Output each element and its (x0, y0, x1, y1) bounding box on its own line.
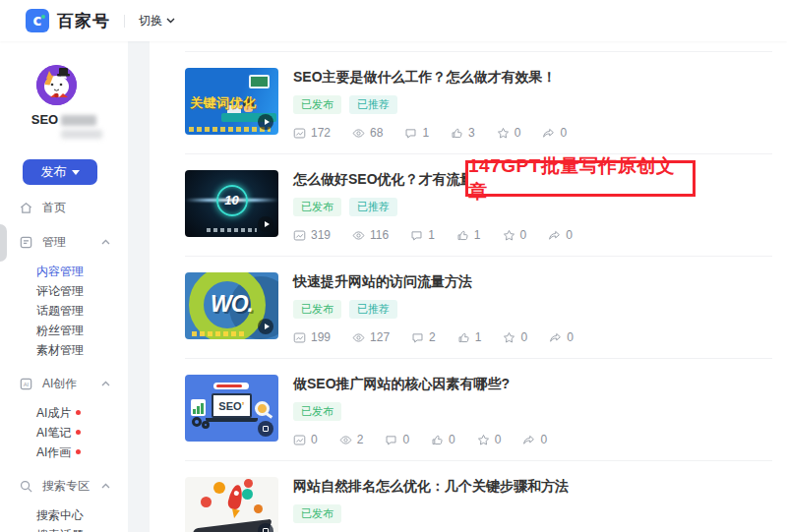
annotation-highlight-box: 147GPT批量写作原创文章 (465, 160, 696, 197)
publish-button[interactable]: 发布 (23, 159, 97, 185)
account-switch-button[interactable]: 切换 (139, 13, 175, 30)
shares-icon (542, 127, 555, 140)
video-thumbnail[interactable]: WO. (185, 272, 278, 339)
sidebar-menu: 首页 管理 内容管理 评论管理 话题管理 粉丝管理 素材管理 AI AI创作 A… (0, 197, 128, 532)
article-row: WO. 快速提升网站的访问流量方法 已发布 已推荐 199 127 2 1 (185, 256, 772, 358)
shares-stat: 0 (522, 433, 547, 446)
sidebar-item-ai-paint[interactable]: AI作画 (0, 443, 128, 462)
favorites-stat: 0 (503, 228, 527, 242)
article-title[interactable]: 快速提升网站的访问流量方法 (293, 273, 574, 291)
status-badge-recommended: 已推荐 (349, 300, 397, 319)
sidebar-item-fans-manage[interactable]: 粉丝管理 (0, 321, 128, 340)
sidebar-item-comment-manage[interactable]: 评论管理 (0, 281, 128, 301)
chevron-down-icon (166, 18, 175, 24)
views-stat: 127 (352, 330, 390, 344)
censored-detail (61, 130, 102, 139)
chevron-up-icon (101, 381, 110, 386)
status-badge-published: 已发布 (293, 402, 341, 421)
home-icon (19, 201, 33, 215)
caret-down-icon (72, 170, 80, 175)
sidebar-item-search-center[interactable]: 搜索中心 (0, 505, 128, 525)
sidebar-item-material-manage[interactable]: 素材管理 (0, 340, 128, 360)
sidebar-collapse-handle[interactable] (0, 224, 7, 262)
scrolled-row-remnant (150, 41, 787, 51)
video-thumbnail[interactable]: 关键词优化 (185, 68, 278, 135)
censored-name (61, 115, 96, 126)
favorites-icon (477, 434, 490, 446)
sidebar-group-search[interactable]: 搜索专区 (0, 475, 128, 497)
sidebar-group-ai[interactable]: AI AI创作 (0, 373, 128, 394)
article-stats: 172 68 1 3 0 0 (293, 126, 567, 140)
likes-stat: 1 (456, 228, 481, 242)
favorites-stat: 0 (477, 433, 502, 446)
likes-stat: 1 (457, 330, 482, 344)
shares-icon (548, 229, 561, 242)
thumbnail-text: WO. (211, 290, 253, 317)
views-stat: 68 (352, 126, 383, 140)
impressions-icon (293, 434, 306, 446)
sidebar-item-home[interactable]: 首页 (0, 197, 128, 218)
play-icon (258, 319, 273, 334)
manage-icon (19, 235, 33, 250)
article-thumbnail[interactable]: SEO’ (185, 375, 278, 442)
shares-icon (522, 434, 535, 446)
article-type-icon (258, 421, 273, 437)
shares-icon (549, 331, 562, 344)
article-row: 网站自然排名怎么优化：几个关键步骤和方法 已发布 (185, 460, 772, 532)
shares-stat: 0 (542, 126, 567, 140)
comments-stat: 1 (410, 228, 435, 242)
status-badge-published: 已发布 (293, 198, 341, 216)
views-icon (339, 434, 352, 446)
article-title[interactable]: SEO主要是做什么工作？怎么做才有效果！ (293, 69, 567, 87)
article-stats: 319 116 1 1 0 0 (293, 228, 573, 242)
favorites-icon (497, 127, 510, 140)
sidebar-item-content-manage[interactable]: 内容管理 (0, 262, 128, 281)
new-badge-dot (76, 410, 81, 415)
avatar[interactable] (36, 65, 77, 105)
likes-icon (456, 229, 469, 242)
article-stats: 199 127 2 1 0 0 (293, 330, 574, 344)
favorites-icon (503, 229, 515, 242)
favorites-stat: 0 (503, 330, 527, 344)
thumbnail-text: 10 (216, 185, 248, 216)
status-badge-published: 已发布 (293, 504, 341, 523)
thumbnail-text: SEO (218, 400, 241, 412)
comments-icon (411, 331, 424, 344)
article-title[interactable]: 做SEO推广网站的核心因素有哪些? (293, 376, 547, 393)
sidebar-group-manage[interactable]: 管理 (0, 231, 128, 253)
chevron-up-icon (101, 239, 110, 245)
favorites-icon (503, 331, 515, 344)
comments-icon (404, 127, 417, 140)
new-badge-dot (76, 449, 81, 454)
article-row: SEO’ 做SEO推广网站的核心因素有哪些? 已发布 0 2 0 (185, 358, 772, 460)
likes-icon (431, 434, 444, 446)
impressions-icon (293, 331, 306, 344)
sidebar-item-topic-manage[interactable]: 话题管理 (0, 301, 128, 321)
play-icon (258, 114, 273, 130)
views-stat: 116 (352, 228, 389, 242)
sidebar-item-ai-video[interactable]: AI成片 (0, 403, 128, 423)
status-badge-published: 已发布 (293, 95, 341, 114)
sidebar-item-ai-note[interactable]: AI笔记 (0, 423, 128, 443)
status-badge-recommended: 已推荐 (349, 95, 397, 114)
content-list-panel: 关键词优化 SEO主要是做什么工作？怎么做才有效果！ 已发布 已推荐 172 6… (150, 41, 787, 532)
article-thumbnail[interactable] (185, 477, 278, 532)
sidebar-item-search-topic[interactable]: 搜索话题 (0, 525, 128, 532)
views-icon (352, 127, 365, 140)
comments-icon (385, 434, 397, 446)
thumbnail-text: 关键词优化 (190, 94, 257, 112)
comments-stat: 2 (411, 330, 436, 344)
video-thumbnail[interactable]: 10 (185, 170, 278, 237)
likes-icon (457, 331, 470, 344)
play-icon (258, 216, 273, 232)
article-title[interactable]: 网站自然排名怎么优化：几个关键步骤和方法 (293, 478, 569, 496)
comments-icon (410, 229, 423, 242)
username: SEO (0, 112, 128, 127)
baijiahao-content-page: c 百家号 切换 S (0, 0, 787, 532)
status-badge-recommended: 已推荐 (349, 198, 397, 216)
baijiahao-logo-icon[interactable]: c (26, 9, 49, 32)
shares-stat: 0 (549, 330, 574, 344)
header-divider (124, 15, 125, 28)
likes-stat: 3 (451, 126, 475, 140)
top-header: c 百家号 切换 (0, 0, 787, 41)
